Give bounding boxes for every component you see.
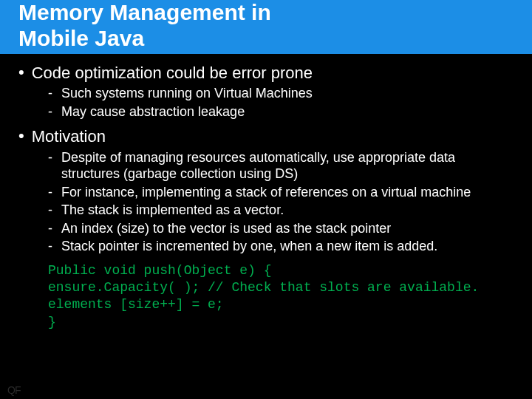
sub-item-text: For instance, implementing a stack of re… [61,184,471,201]
list-item: - Stack pointer is incremented by one, w… [48,238,514,255]
dash-icon: - [48,202,52,219]
dash-icon: - [48,149,52,166]
list-item: - For instance, implementing a stack of … [48,184,514,201]
sub-list-1: - Such systems running on Virtual Machin… [48,85,514,120]
sub-item-text: Such systems running on Virtual Machines [61,85,313,102]
title-line-1: Memory Management in [18,0,271,24]
slide-header: Memory Management in Mobile Java [0,0,532,56]
title-line-2: Mobile Java [18,26,144,50]
bullet-dot-icon: • [18,64,24,81]
code-line: elements [size++] = e; [48,296,514,313]
sub-item-text: An index (size) to the vector is used as… [61,220,391,237]
list-item: - Such systems running on Virtual Machin… [48,85,514,102]
bullet-heading: Motivation [32,127,106,146]
sub-list-2: - Despite of managing resources automati… [48,149,514,255]
bullet-dot-icon: • [18,127,24,145]
slide-content: • Code optimization could be error prone… [0,56,532,331]
list-item: - May cause abstraction leakage [48,103,514,120]
list-item: - An index (size) to the vector is used … [48,220,514,237]
sub-item-text: May cause abstraction leakage [61,103,245,120]
code-block: Public void push(Object e) { ensure.Capa… [48,262,514,332]
list-item: - The stack is implemented as a vector. [48,202,514,219]
code-line: ensure.Capacity( ); // Check that slots … [48,279,514,296]
slide-title: Memory Management in Mobile Java [18,0,514,51]
code-line: Public void push(Object e) { [48,262,514,279]
sub-item-text: Despite of managing resources automatica… [61,149,514,183]
dash-icon: - [48,103,52,120]
sub-item-text: The stack is implemented as a vector. [61,202,284,219]
watermark: QF [7,384,20,396]
code-line: } [48,314,514,331]
list-item: - Despite of managing resources automati… [48,149,514,183]
dash-icon: - [48,238,52,255]
bullet-heading: Code optimization could be error prone [32,64,313,82]
bullet-section-2: • Motivation [18,127,514,146]
dash-icon: - [48,85,52,102]
bullet-section-1: • Code optimization could be error prone [18,64,514,82]
dash-icon: - [48,184,52,201]
dash-icon: - [48,220,52,237]
sub-item-text: Stack pointer is incremented by one, whe… [61,238,437,255]
